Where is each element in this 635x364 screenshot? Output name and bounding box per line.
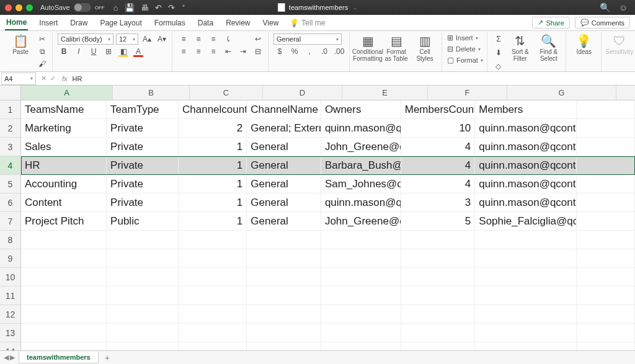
cell[interactable]: 5 (401, 212, 476, 231)
cell[interactable] (401, 305, 476, 324)
cell[interactable] (475, 231, 577, 249)
column-header-H[interactable]: H (616, 86, 635, 100)
cell[interactable]: 1 (179, 156, 247, 175)
decrease-font-button[interactable]: A▾ (156, 33, 168, 45)
cell[interactable] (577, 175, 635, 193)
cell[interactable] (107, 342, 179, 350)
fill-button[interactable]: ⬇ (492, 47, 505, 58)
cell[interactable]: 4 (401, 138, 476, 156)
sort-filter-button[interactable]: ⇅Sort & Filter (507, 33, 533, 62)
cell[interactable]: Private (107, 193, 179, 212)
align-bottom-button[interactable]: ≡ (207, 33, 220, 45)
cell[interactable] (577, 286, 635, 305)
cell[interactable]: 4 (401, 175, 476, 193)
cell[interactable] (107, 305, 179, 324)
row-header-13[interactable]: 13 (0, 324, 21, 342)
cell[interactable]: Sophie_Falciglia@qcontent (475, 212, 577, 231)
confirm-formula-icon[interactable]: ✓ (50, 74, 56, 82)
format-as-table-button[interactable]: ▤Format as Table (383, 33, 409, 62)
format-cells-button[interactable]: ▢Format▾ (447, 56, 483, 64)
column-header-D[interactable]: D (263, 86, 342, 100)
cell[interactable] (577, 249, 635, 268)
cell[interactable] (247, 249, 321, 268)
cell[interactable] (475, 268, 577, 286)
cell[interactable]: 3 (401, 193, 476, 212)
cell[interactable]: HR (21, 156, 107, 175)
spreadsheet-grid[interactable]: ABCDEFGH 1234567891011121314 TeamsNameTe… (0, 86, 635, 350)
cell[interactable]: TeamType (107, 100, 179, 119)
cell[interactable] (401, 249, 476, 268)
cell[interactable] (21, 305, 107, 324)
font-color-button[interactable]: A (132, 46, 144, 57)
increase-decimal-button[interactable]: .0 (318, 46, 331, 57)
tab-view[interactable]: View (262, 16, 280, 30)
align-top-button[interactable]: ≡ (177, 33, 190, 45)
cells-area[interactable]: TeamsNameTeamTypeChannelcountChannelName… (21, 100, 635, 350)
cell[interactable] (247, 342, 321, 350)
search-icon[interactable]: 🔍 (600, 2, 610, 12)
fill-color-button[interactable]: ◧ (117, 46, 130, 57)
cell[interactable] (179, 305, 247, 324)
cell[interactable]: Sam_Johnes@qcontent (321, 175, 401, 193)
row-header-11[interactable]: 11 (0, 286, 21, 305)
row-header-7[interactable]: 7 (0, 212, 21, 231)
cell[interactable] (21, 286, 107, 305)
cell[interactable]: General (247, 193, 321, 212)
save-icon[interactable]: 💾 (125, 3, 135, 12)
tab-home[interactable]: Home (5, 16, 28, 30)
cell[interactable] (21, 249, 107, 268)
orientation-button[interactable]: ⤹ (222, 33, 234, 45)
row-header-5[interactable]: 5 (0, 175, 21, 193)
clear-button[interactable]: ◇ (492, 61, 505, 72)
row-header-3[interactable]: 3 (0, 138, 21, 156)
cell[interactable]: Accounting (21, 175, 107, 193)
decrease-decimal-button[interactable]: .00 (333, 46, 345, 57)
comma-button[interactable]: , (303, 46, 316, 57)
row-header-10[interactable]: 10 (0, 268, 21, 286)
cell[interactable]: 4 (401, 156, 476, 175)
conditional-formatting-button[interactable]: ▦Conditional Formatting (355, 33, 381, 62)
insert-cells-button[interactable]: ⊞Insert▾ (447, 33, 483, 42)
cell[interactable]: TeamsName (21, 100, 107, 119)
column-header-B[interactable]: B (113, 86, 190, 100)
merge-button[interactable]: ⊟ (252, 46, 264, 57)
cell[interactable]: 10 (401, 119, 476, 138)
cell[interactable]: General; External (247, 119, 321, 138)
cell[interactable] (21, 342, 107, 350)
increase-font-button[interactable]: A▴ (141, 33, 153, 45)
cell[interactable] (107, 249, 179, 268)
cell[interactable] (475, 249, 577, 268)
cell[interactable] (21, 324, 107, 342)
share-button[interactable]: ↗ Share (532, 17, 569, 29)
row-header-8[interactable]: 8 (0, 231, 21, 249)
cell[interactable] (179, 249, 247, 268)
cell[interactable] (577, 138, 635, 156)
find-select-button[interactable]: 🔍Find & Select (536, 33, 562, 62)
cell[interactable] (475, 286, 577, 305)
cell[interactable] (179, 231, 247, 249)
cell[interactable]: General (247, 212, 321, 231)
copy-button[interactable]: ⧉ (36, 46, 48, 57)
cell[interactable] (321, 286, 401, 305)
print-icon[interactable]: 🖶 (141, 3, 149, 12)
cell[interactable]: Private (107, 156, 179, 175)
account-icon[interactable]: ☺ (619, 2, 628, 12)
cell[interactable]: quinn.mason@qcontent (475, 119, 577, 138)
cell[interactable]: Private (107, 138, 179, 156)
autosave-toggle[interactable] (74, 3, 91, 12)
align-right-button[interactable]: ≡ (207, 46, 220, 57)
cell[interactable] (577, 268, 635, 286)
cell[interactable] (475, 342, 577, 350)
tab-formulas[interactable]: Formulas (153, 16, 187, 30)
cell[interactable] (577, 100, 635, 119)
cell[interactable]: Private (107, 175, 179, 193)
cell[interactable]: John_Greene@qcontent (321, 212, 401, 231)
cell[interactable]: quinn.mason@qcontent (321, 193, 401, 212)
cell[interactable] (401, 286, 476, 305)
cell[interactable] (107, 231, 179, 249)
border-button[interactable]: ⊞ (102, 46, 115, 57)
cell[interactable] (107, 324, 179, 342)
cell[interactable] (247, 324, 321, 342)
cell[interactable] (321, 305, 401, 324)
column-header-C[interactable]: C (190, 86, 263, 100)
